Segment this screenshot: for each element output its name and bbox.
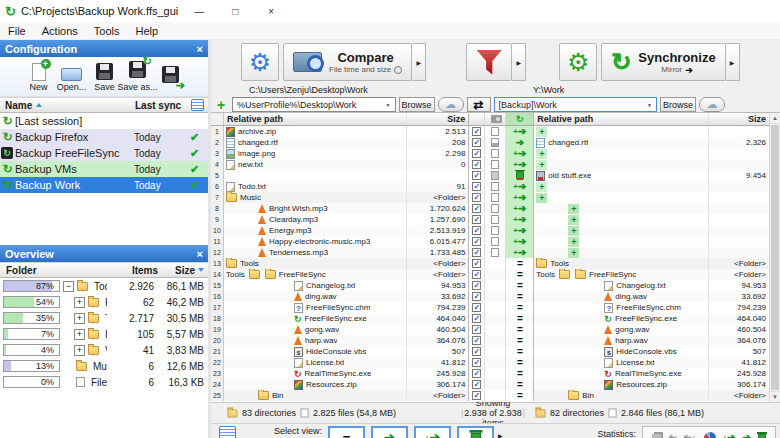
right-grid-size-header[interactable]: Size xyxy=(709,113,769,125)
view-filter-delete-button[interactable] xyxy=(457,426,494,438)
left-folder-combo[interactable]: %UserProfile%\Desktop\Work▼ xyxy=(232,97,396,112)
grid-row[interactable]: 15 Changelog.txt94.953 ✓ = Changelog.txt… xyxy=(211,280,769,291)
sync-checkbox[interactable]: ✓ xyxy=(472,391,481,400)
action-create-right-icon[interactable]: +➔ xyxy=(513,215,526,225)
sync-checkbox[interactable]: ✓ xyxy=(472,215,481,224)
file-size-cell[interactable]: 208 xyxy=(407,137,469,148)
sync-checkbox[interactable]: ✓ xyxy=(472,138,481,147)
comparison-settings-button[interactable]: ⚙ xyxy=(241,43,279,81)
grid-row[interactable]: 13 Tools<Folder> ✓ = Tools<Folder> xyxy=(211,258,769,269)
sync-checkbox[interactable]: ✓ xyxy=(472,325,481,334)
sync-checkbox[interactable]: ✓ xyxy=(472,259,481,268)
action-equal-icon[interactable]: = xyxy=(517,357,523,368)
checkbox-cell[interactable]: ✓ xyxy=(469,192,485,203)
checkbox-cell[interactable]: ✓ xyxy=(469,181,485,192)
file-size-cell[interactable]: 33.692 xyxy=(407,291,469,302)
checkbox-cell[interactable]: ✓ xyxy=(469,324,485,335)
file-size-cell[interactable] xyxy=(709,225,769,236)
file-path-cell[interactable]: ↻RealTimeSync.exe xyxy=(534,368,709,379)
file-path-cell[interactable]: License.txt xyxy=(534,357,709,368)
action-cell[interactable]: +➔ xyxy=(506,236,534,247)
action-create-right-icon[interactable]: +➔ xyxy=(513,149,526,159)
action-cell[interactable]: = xyxy=(506,269,534,280)
left-grid-path-header[interactable]: Relative path xyxy=(224,113,407,125)
save-batch-button[interactable]: ➔ xyxy=(154,66,187,87)
expander-plus-icon[interactable]: + xyxy=(74,345,85,356)
checkbox-cell[interactable]: ✓ xyxy=(469,368,485,379)
checkbox-cell[interactable]: ✓ xyxy=(469,247,485,258)
file-size-cell[interactable] xyxy=(709,192,769,203)
action-create-right-icon[interactable]: +➔ xyxy=(513,248,526,258)
file-path-cell[interactable]: archive.zip xyxy=(224,126,407,137)
minimize-button[interactable]: — xyxy=(184,6,214,17)
sync-checkbox[interactable]: ✓ xyxy=(472,303,481,312)
file-path-cell[interactable]: Changelog.txt xyxy=(224,280,407,291)
checkbox-cell[interactable]: ✓ xyxy=(469,379,485,390)
file-size-cell[interactable]: 245.928 xyxy=(709,368,769,379)
action-cell[interactable]: +➔ xyxy=(506,148,534,159)
swap-sides-button[interactable]: ⇄ xyxy=(467,97,491,112)
file-path-cell[interactable]: + xyxy=(534,159,709,170)
view-filter-create-button[interactable]: +➔ xyxy=(414,426,451,438)
action-equal-icon[interactable]: = xyxy=(517,368,523,379)
grid-row[interactable]: 25 Bin<Folder> ✓ = Bin<Folder> xyxy=(211,390,769,401)
file-size-cell[interactable]: 507 xyxy=(407,346,469,357)
action-cell[interactable]: = xyxy=(506,313,534,324)
file-path-cell[interactable]: ?FreeFileSync.chm xyxy=(534,302,709,313)
file-path-cell[interactable]: Todo.txt xyxy=(224,181,407,192)
action-cell[interactable]: = xyxy=(506,368,534,379)
sync-checkbox[interactable]: ✓ xyxy=(472,281,481,290)
file-size-cell[interactable]: 2.513 xyxy=(407,126,469,137)
file-size-cell[interactable]: <Folder> xyxy=(709,390,769,401)
menu-help[interactable]: Help xyxy=(128,25,167,37)
file-size-cell[interactable]: <Folder> xyxy=(407,258,469,269)
file-path-cell[interactable]: + xyxy=(534,225,709,236)
sync-checkbox[interactable]: ✓ xyxy=(472,292,481,301)
grid-row[interactable]: 22 License.txt41.812 ✓ = License.txt41.8… xyxy=(211,357,769,368)
right-grid-path-header[interactable]: Relative path xyxy=(534,113,709,125)
vertical-scrollbar[interactable]: ▲ ▼ xyxy=(769,113,780,402)
action-cell[interactable]: = xyxy=(506,346,534,357)
file-size-cell[interactable]: 364.076 xyxy=(709,335,769,346)
expander-plus-icon[interactable]: + xyxy=(74,297,85,308)
grid-row[interactable]: 8 Bright Wish.mp31.720.624 ✓ +➔ + xyxy=(211,203,769,214)
menu-tools[interactable]: Tools xyxy=(86,25,128,37)
sync-checkbox[interactable]: ✓ xyxy=(472,171,481,180)
file-size-cell[interactable]: <Folder> xyxy=(407,192,469,203)
file-path-cell[interactable]: + xyxy=(534,126,709,137)
checkbox-cell[interactable]: ✓ xyxy=(469,346,485,357)
config-row[interactable]: ↻ Backup Work Today ✔ xyxy=(0,177,208,193)
checkbox-cell[interactable]: ✓ xyxy=(469,258,485,269)
new-config-button[interactable]: New xyxy=(22,61,55,92)
file-path-cell[interactable]: License.txt xyxy=(224,357,407,368)
checkbox-cell[interactable]: ✓ xyxy=(469,225,485,236)
left-grid-size-header[interactable]: Size xyxy=(407,113,469,125)
column-size[interactable]: Size xyxy=(158,265,208,276)
grid-row[interactable]: 3 image.png2.298 ✓ +➔ + xyxy=(211,148,769,159)
checkbox-cell[interactable]: ✓ xyxy=(469,159,485,170)
grid-row[interactable]: 5 ✓ old stuff.exe9.454 xyxy=(211,170,769,181)
file-path-cell[interactable]: Energy.mp3 xyxy=(224,225,407,236)
sync-checkbox[interactable]: ✓ xyxy=(472,204,481,213)
action-cell[interactable]: +➔ xyxy=(506,192,534,203)
action-cell[interactable]: = xyxy=(506,258,534,269)
file-size-cell[interactable] xyxy=(709,148,769,159)
file-size-cell[interactable]: 41.812 xyxy=(709,357,769,368)
checkbox-cell[interactable]: ✓ xyxy=(469,170,485,181)
column-items[interactable]: Items xyxy=(111,265,158,276)
grid-row[interactable]: 10 Energy.mp32.513.919 ✓ +➔ + xyxy=(211,225,769,236)
file-path-cell[interactable]: new.txt xyxy=(224,159,407,170)
expander-plus-icon[interactable]: + xyxy=(74,313,85,324)
grid-row[interactable]: 12 Tenderness.mp31.733.485 ✓ +➔ + xyxy=(211,247,769,258)
checkbox-cell[interactable]: ✓ xyxy=(469,137,485,148)
action-create-right-icon[interactable]: +➔ xyxy=(513,160,526,170)
overview-row[interactable]: 35% + Testing 2.717 30,5 MB xyxy=(0,310,208,326)
action-column-header[interactable]: ↻ xyxy=(506,113,534,125)
file-size-cell[interactable]: <Folder> xyxy=(407,269,469,280)
config-row[interactable]: ↻ Backup Firefox Today ✔ xyxy=(0,129,208,145)
file-path-cell[interactable]: + xyxy=(534,236,709,247)
action-cell[interactable] xyxy=(506,170,534,181)
grid-row[interactable]: 21 sHideConsole.vbs507 ✓ = sHideConsole.… xyxy=(211,346,769,357)
overview-row[interactable]: 4% + VirtualDub 41 3,83 MB xyxy=(0,342,208,358)
checkbox-column-header[interactable] xyxy=(469,113,485,125)
